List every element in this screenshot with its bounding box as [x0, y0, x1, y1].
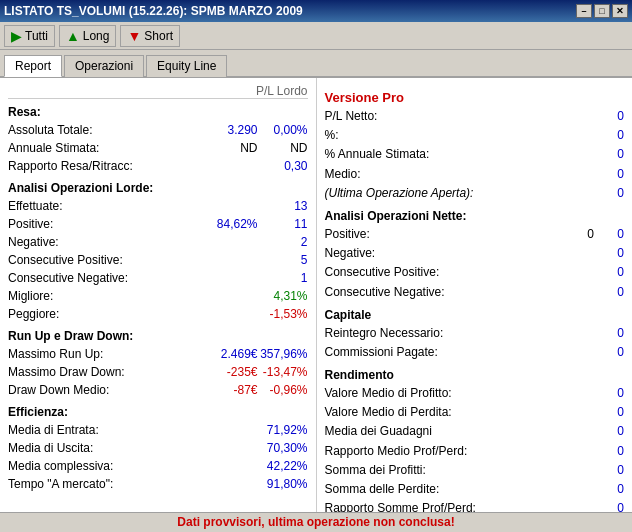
cons-negative-value: 1	[301, 269, 308, 287]
reintegro-row: Reintegro Necessario: 0	[325, 324, 625, 343]
tab-operazioni[interactable]: Operazioni	[64, 55, 144, 77]
negative-row: Negative: 2	[8, 233, 308, 251]
rapporto-med-row: Rapporto Medio Prof/Perd: 0	[325, 442, 625, 461]
medio-value: 0	[594, 165, 624, 184]
footer: Dati provvisori, ultima operazione non c…	[0, 512, 632, 532]
cons-negative-row: Consecutive Negative: 1	[8, 269, 308, 287]
tab-equity-line[interactable]: Equity Line	[146, 55, 227, 77]
draw-medio-val1: -87€	[198, 381, 258, 399]
positive-value: 11	[258, 215, 308, 233]
versione-title: Versione Pro	[325, 90, 625, 105]
peggiore-row: Peggiore: -1,53%	[8, 305, 308, 323]
effettuate-row: Effettuate: 13	[8, 197, 308, 215]
long-icon: ▲	[66, 28, 80, 44]
tutti-icon: ▶	[11, 28, 22, 44]
short-button[interactable]: ▼ Short	[120, 25, 180, 47]
negative-value: 2	[301, 233, 308, 251]
draw-medio-row: Draw Down Medio: -87€ -0,96%	[8, 381, 308, 399]
title-bar: LISTATO TS_VOLUMI (15.22.26): SPMB MARZO…	[0, 0, 632, 22]
footer-warning: Dati provvisori, ultima operazione non c…	[177, 515, 454, 529]
rapporto-somme-label: Rapporto Somme Prof/Perd:	[325, 499, 595, 512]
close-button[interactable]: ✕	[612, 4, 628, 18]
pct-value: 0	[594, 126, 624, 145]
massimo-run-label: Massimo Run Up:	[8, 345, 198, 363]
efficienza-title: Efficienza:	[8, 405, 308, 419]
tutti-label: Tutti	[25, 29, 48, 43]
right-panel: Versione Pro P/L Netto: 0 %: 0 % Annuale…	[317, 78, 633, 512]
maximize-button[interactable]: □	[594, 4, 610, 18]
assoluta-pct: 0,00%	[258, 121, 308, 139]
draw-medio-label: Draw Down Medio:	[8, 381, 198, 399]
pl-netto-row: P/L Netto: 0	[325, 107, 625, 126]
tempo-label: Tempo "A mercato":	[8, 475, 113, 493]
tabs-container: Report Operazioni Equity Line	[0, 50, 632, 78]
pct-label: %:	[325, 126, 595, 145]
annuale-label: Annuale Stimata:	[8, 139, 198, 157]
massimo-run-val1: 2.469€	[198, 345, 258, 363]
short-icon: ▼	[127, 28, 141, 44]
long-label: Long	[83, 29, 110, 43]
rapporto-row: Rapporto Resa/Ritracc: 0,30	[8, 157, 308, 175]
val-medio-perd-value: 0	[594, 403, 624, 422]
rendimento-title: Rendimento	[325, 368, 625, 382]
rapporto-med-label: Rapporto Medio Prof/Perd:	[325, 442, 595, 461]
tutti-button[interactable]: ▶ Tutti	[4, 25, 55, 47]
long-button[interactable]: ▲ Long	[59, 25, 117, 47]
runup-title: Run Up e Draw Down:	[8, 329, 308, 343]
media-guad-label: Media dei Guadagni	[325, 422, 595, 441]
massimo-run-row: Massimo Run Up: 2.469€ 357,96%	[8, 345, 308, 363]
left-panel: P/L Lordo Resa: Assoluta Totale: 3.290 0…	[0, 78, 317, 512]
pct-ann-row: % Annuale Stimata: 0	[325, 145, 625, 164]
cons-positive-label: Consecutive Positive:	[8, 251, 123, 269]
minimize-button[interactable]: –	[576, 4, 592, 18]
complessiva-value: 42,22%	[267, 457, 308, 475]
massimo-draw-label: Massimo Draw Down:	[8, 363, 198, 381]
uscita-value: 70,30%	[267, 439, 308, 457]
migliore-value: 4,31%	[273, 287, 307, 305]
positive-n-val1: 0	[564, 225, 594, 244]
uscita-row: Media di Uscita: 70,30%	[8, 439, 308, 457]
commissioni-row: Commissioni Pagate: 0	[325, 343, 625, 362]
cons-pos-n-label: Consecutive Positive:	[325, 263, 595, 282]
reintegro-label: Reintegro Necessario:	[325, 324, 595, 343]
capitale-title: Capitale	[325, 308, 625, 322]
cons-pos-n-row: Consecutive Positive: 0	[325, 263, 625, 282]
main-content: P/L Lordo Resa: Assoluta Totale: 3.290 0…	[0, 78, 632, 512]
analisi-nette-title: Analisi Operazioni Nette:	[325, 209, 625, 223]
commissioni-label: Commissioni Pagate:	[325, 343, 595, 362]
somma-prof-row: Somma dei Profitti: 0	[325, 461, 625, 480]
window-controls: – □ ✕	[576, 4, 628, 18]
tempo-row: Tempo "A mercato": 91,80%	[8, 475, 308, 493]
positive-pct: 84,62%	[198, 215, 258, 233]
peggiore-label: Peggiore:	[8, 305, 59, 323]
entrata-label: Media di Entrata:	[8, 421, 99, 439]
pct-ann-value: 0	[594, 145, 624, 164]
val-medio-prof-row: Valore Medio di Profitto: 0	[325, 384, 625, 403]
massimo-draw-row: Massimo Draw Down: -235€ -13,47%	[8, 363, 308, 381]
medio-row: Medio: 0	[325, 165, 625, 184]
toolbar: ▶ Tutti ▲ Long ▼ Short	[0, 22, 632, 50]
somma-perd-value: 0	[594, 480, 624, 499]
assoluta-value: 3.290	[198, 121, 258, 139]
positive-label: Positive:	[8, 215, 198, 233]
cons-positive-row: Consecutive Positive: 5	[8, 251, 308, 269]
rapporto-somme-row: Rapporto Somme Prof/Perd: 0	[325, 499, 625, 512]
rapporto-value: 0,30	[284, 157, 307, 175]
positive-row: Positive: 84,62% 11	[8, 215, 308, 233]
resa-title: Resa:	[8, 105, 308, 119]
uscita-label: Media di Uscita:	[8, 439, 93, 457]
media-guad-row: Media dei Guadagni 0	[325, 422, 625, 441]
assoluta-row: Assoluta Totale: 3.290 0,00%	[8, 121, 308, 139]
pct-ann-label: % Annuale Stimata:	[325, 145, 595, 164]
reintegro-value: 0	[594, 324, 624, 343]
complessiva-row: Media complessiva: 42,22%	[8, 457, 308, 475]
short-label: Short	[144, 29, 173, 43]
effettuate-value: 13	[294, 197, 307, 215]
annuale-pct: ND	[258, 139, 308, 157]
massimo-run-val2: 357,96%	[258, 345, 308, 363]
tab-report[interactable]: Report	[4, 55, 62, 77]
cons-neg-n-row: Consecutive Negative: 0	[325, 283, 625, 302]
rapporto-label: Rapporto Resa/Ritracc:	[8, 157, 133, 175]
ultima-label: (Ultima Operazione Aperta):	[325, 184, 595, 203]
draw-medio-val2: -0,96%	[258, 381, 308, 399]
